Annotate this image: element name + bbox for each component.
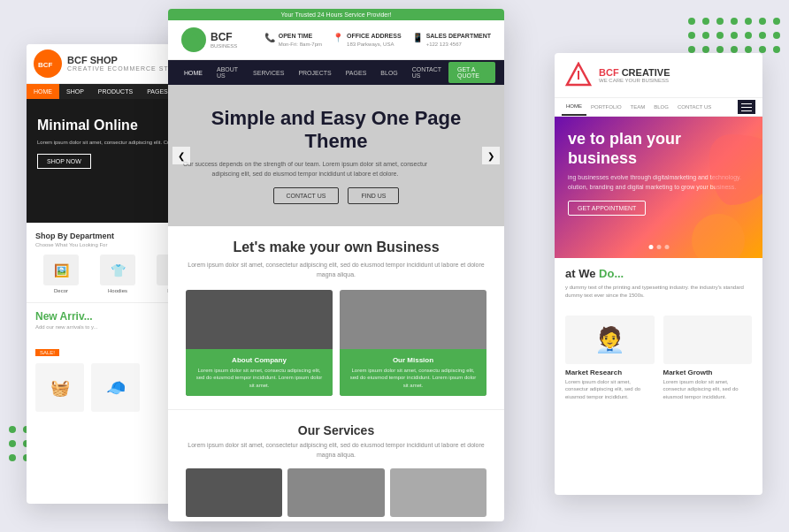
hamburger-line-3 [741, 110, 752, 111]
right-hero: ve to plan your business ing businesses … [555, 117, 762, 258]
dot [716, 32, 724, 39]
right-nav-contact[interactable]: CONTACT US [673, 99, 716, 115]
left-brand-name: BCF SHOP [67, 55, 185, 65]
right-hero-dot-1 [648, 245, 653, 249]
left-shop-img-decor: 🖼️ [43, 255, 79, 285]
left-shop-btn[interactable]: SHOP NOW [37, 154, 91, 169]
dot [9, 440, 16, 447]
center-nav-pages[interactable]: PAGES [339, 64, 374, 82]
right-logo-text-block: BCF CREATIVE WE CARE YOUR BUSINESS [599, 67, 670, 83]
center-business-desc: Lorem ipsum dolor sit amet, consectetur … [186, 261, 486, 279]
right-card: BCF CREATIVE WE CARE YOUR BUSINESS HOME … [555, 53, 762, 495]
center-contact-btn[interactable]: CONTACT US [273, 187, 340, 204]
right-market-research-title: Market Research [565, 369, 655, 376]
center-nav-blog[interactable]: BLOG [373, 64, 404, 82]
center-biz-title-1: About Company [193, 356, 326, 364]
dot [688, 18, 695, 25]
mobile-icon: 📱 [412, 33, 423, 42]
center-svc-desc: Lorem ipsum dolor sit amet, consectetur … [186, 441, 486, 460]
center-get-quote-btn[interactable]: GET A QUOTE [448, 62, 495, 83]
left-nav-home[interactable]: HOME [27, 84, 59, 99]
left-logo-icon: BCF [34, 49, 62, 78]
dot [745, 32, 752, 39]
right-logo-name: BCF CREATIVE [599, 67, 670, 78]
right-wwd-desc: y dummy text of the printing and typeset… [565, 284, 752, 300]
dot [759, 46, 766, 53]
right-market-research-text: Lorem ipsum dolor sit amet, consectur ad… [565, 378, 655, 400]
center-biz-text-1: Lorem ipsum dolor sit amet, consectu adi… [193, 367, 326, 389]
right-hero-shape-1 [709, 134, 762, 205]
center-svc-heading: Our Services [186, 423, 486, 437]
right-hero-dot-2 [656, 245, 661, 249]
left-shop-label-decor: Decor [35, 288, 87, 293]
left-sales-badge: SALE! [35, 349, 59, 356]
left-sales-item-2[interactable]: 🧢 [91, 363, 140, 412]
right-wwd-title: at We Do... [565, 267, 752, 280]
center-business-section: Let's make your own Business Lorem ipsum… [168, 226, 504, 409]
center-hero-area: ❮ Simple and Easy One Page Theme Our suc… [168, 85, 504, 226]
right-market-research-img: 🧑‍💼 [565, 315, 655, 364]
left-brand-sub: CREATIVE ECOMMERCE STORE [67, 65, 185, 72]
center-hero-prev[interactable]: ❮ [172, 147, 190, 164]
right-market-growth: Market Growth Lorem ipsum dolor sit amet… [663, 315, 753, 400]
center-sales-text: SALES DEPARTMENT+122 123 4567 [426, 32, 491, 48]
svg-text:BCF: BCF [38, 61, 53, 69]
hamburger-line-1 [741, 103, 752, 104]
main-wrapper: BCF BCF SHOP CREATIVE ECOMMERCE STORE HO… [0, 0, 789, 532]
center-svc-img-1 [186, 468, 282, 517]
center-nav-services[interactable]: SERVICES [246, 64, 291, 82]
center-nav-about[interactable]: ABOUT US [210, 60, 246, 85]
center-logo: BCF BUSINESS [181, 27, 237, 52]
left-shop-item-hoodies[interactable]: 👕 Hoodies [92, 255, 143, 293]
dot [702, 32, 709, 39]
left-shop-item-decor[interactable]: 🖼️ Decor [35, 255, 87, 293]
center-business-heading: Let's make your own Business [186, 239, 486, 255]
center-logo-sub: BUSINESS [211, 43, 237, 49]
dot [759, 32, 766, 39]
center-nav-contact[interactable]: CONTACT US [405, 60, 448, 85]
center-nav-home[interactable]: HOME [177, 64, 210, 82]
phone-icon: 📞 [264, 33, 275, 42]
center-logo-text-block: BCF BUSINESS [211, 31, 237, 49]
center-logo-name: BCF [211, 31, 237, 43]
dot [731, 46, 738, 53]
location-icon: 📍 [333, 33, 343, 42]
center-opentime-text: OPEN TIMEMon-Fri: 8am-7pm [279, 32, 322, 48]
right-logo-icon [565, 62, 592, 88]
center-contact-sales: 📱 SALES DEPARTMENT+122 123 4567 [412, 32, 491, 48]
dot [688, 46, 695, 53]
center-biz-card-1: About Company Lorem ipsum dolor sit amet… [186, 290, 333, 396]
left-nav-products[interactable]: PRODUCTS [91, 84, 140, 99]
right-appt-btn[interactable]: GET APPOINTMENT [568, 201, 646, 216]
left-nav-shop[interactable]: SHOP [59, 84, 91, 99]
center-nav-bar: HOME ABOUT US SERVICES PROJECTS PAGES BL… [168, 60, 504, 85]
center-biz-overlay-1: About Company Lorem ipsum dolor sit amet… [186, 349, 333, 396]
right-market-research: 🧑‍💼 Market Research Lorem ipsum dolor si… [565, 315, 655, 400]
dot [759, 18, 766, 25]
right-header: BCF CREATIVE WE CARE YOUR BUSINESS [555, 53, 762, 98]
left-shop-img-hoodies: 👕 [100, 255, 135, 285]
center-logo-icon [181, 27, 206, 52]
center-find-btn[interactable]: FIND US [348, 187, 399, 204]
dot [745, 46, 752, 53]
center-top-bar: Your Trusted 24 Hours Service Provider! [168, 9, 504, 20]
right-nav-home[interactable]: HOME [562, 98, 586, 116]
right-nav-portfolio[interactable]: PORTFOLIO [586, 99, 626, 115]
right-market-growth-img [663, 315, 753, 364]
center-nav-projects[interactable]: PROJECTS [291, 64, 338, 82]
dots-top-right [688, 18, 780, 53]
right-hamburger-btn[interactable] [738, 100, 755, 114]
svg-marker-1 [183, 33, 204, 47]
left-shop-label-hoodies: Hoodies [92, 288, 143, 293]
right-market-growth-title: Market Growth [663, 369, 753, 376]
right-nav-team[interactable]: TEAM [626, 99, 650, 115]
right-nav-blog[interactable]: BLOG [649, 99, 673, 115]
dot [731, 32, 738, 39]
center-hero-next[interactable]: ❯ [482, 147, 500, 164]
center-biz-overlay-2: Our Mission Lorem ipsum dolor sit amet, … [340, 349, 486, 396]
dot [702, 18, 709, 25]
right-hero-shape-2 [692, 214, 745, 258]
left-sales-item-1[interactable]: 🧺 [35, 363, 84, 412]
hamburger-line-2 [741, 107, 752, 108]
center-hero-title: Simple and Easy One Page Theme [181, 107, 491, 154]
